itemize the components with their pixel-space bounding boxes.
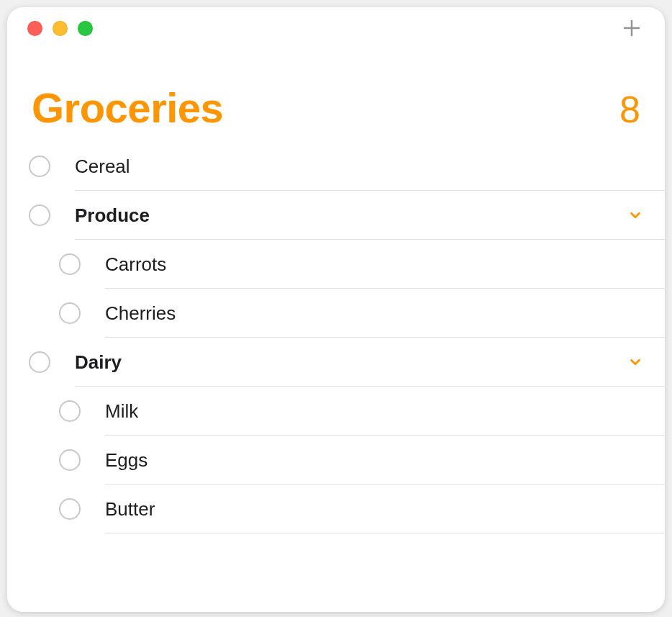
window-minimize-button[interactable] xyxy=(53,21,68,36)
group-label[interactable]: Produce xyxy=(75,204,627,227)
window-close-button[interactable] xyxy=(27,21,42,36)
completion-checkbox[interactable] xyxy=(59,498,81,520)
expand-toggle[interactable] xyxy=(627,207,643,223)
window-controls xyxy=(27,21,93,36)
chevron-down-icon xyxy=(627,354,643,370)
plus-icon xyxy=(621,17,643,39)
list-item[interactable]: Eggs xyxy=(7,436,665,485)
item-label[interactable]: Carrots xyxy=(105,253,643,276)
list-item[interactable]: Cherries xyxy=(7,289,665,338)
completion-checkbox[interactable] xyxy=(29,156,50,177)
item-label[interactable]: Cereal xyxy=(75,156,643,178)
list-item[interactable]: Cereal xyxy=(7,142,665,191)
add-reminder-button[interactable] xyxy=(619,15,645,41)
completion-checkbox[interactable] xyxy=(59,253,81,275)
list-header: Groceries 8 xyxy=(7,49,665,142)
completion-checkbox[interactable] xyxy=(59,449,81,471)
list-count: 8 xyxy=(619,88,640,131)
list-item[interactable]: Milk xyxy=(7,387,665,436)
chevron-down-icon xyxy=(627,207,643,223)
list-item[interactable]: Carrots xyxy=(7,240,665,289)
completion-checkbox[interactable] xyxy=(29,351,50,373)
completion-checkbox[interactable] xyxy=(29,204,50,226)
item-label[interactable]: Eggs xyxy=(105,449,643,472)
list-group-header[interactable]: Dairy xyxy=(7,338,665,387)
item-label[interactable]: Cherries xyxy=(105,302,643,325)
item-label[interactable]: Milk xyxy=(105,400,643,423)
list-title: Groceries xyxy=(32,84,223,132)
completion-checkbox[interactable] xyxy=(59,400,81,422)
list-group-header[interactable]: Produce xyxy=(7,191,665,240)
item-label[interactable]: Butter xyxy=(105,498,643,521)
reminders-list: Cereal Produce Carrots xyxy=(7,142,665,533)
group-label[interactable]: Dairy xyxy=(75,351,627,374)
completion-checkbox[interactable] xyxy=(59,302,81,324)
app-window: Groceries 8 Cereal Produce xyxy=(7,7,665,612)
list-item[interactable]: Butter xyxy=(7,485,665,533)
expand-toggle[interactable] xyxy=(627,354,643,370)
titlebar xyxy=(7,7,665,49)
window-zoom-button[interactable] xyxy=(78,21,93,36)
